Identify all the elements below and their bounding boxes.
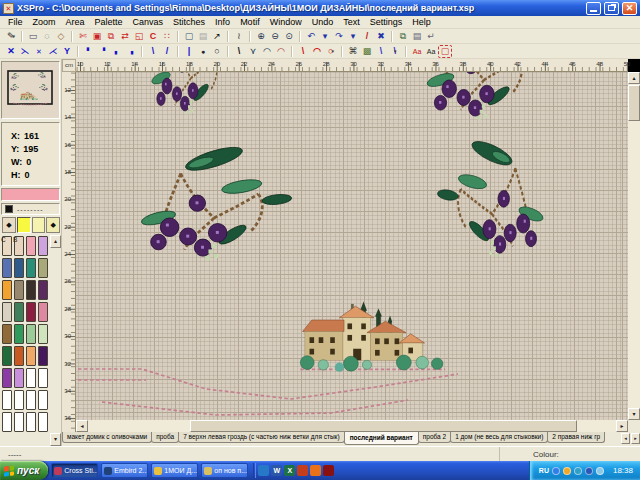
menu-item-info[interactable]: Info bbox=[210, 17, 235, 27]
palette-swatch[interactable] bbox=[13, 279, 25, 301]
menu-item-settings[interactable]: Settings bbox=[365, 17, 408, 27]
circle-tool[interactable]: ○▾ bbox=[324, 45, 338, 58]
palette-swatch[interactable] bbox=[25, 389, 37, 411]
palette-swatch[interactable] bbox=[37, 323, 49, 345]
email-icon[interactable] bbox=[297, 465, 308, 476]
print-motif[interactable]: ▤ bbox=[196, 30, 210, 43]
palette-swatch[interactable] bbox=[25, 323, 37, 345]
palette-swatch[interactable] bbox=[37, 367, 49, 389]
restore-button[interactable] bbox=[604, 2, 619, 15]
menu-item-file[interactable]: File bbox=[3, 17, 28, 27]
volume-tray-icon[interactable] bbox=[596, 467, 604, 475]
border-stitch-line[interactable] bbox=[102, 400, 408, 415]
scroll-down-button[interactable]: ▾ bbox=[628, 408, 640, 420]
scroll-right-button[interactable]: ▸ bbox=[616, 420, 628, 432]
quarter-stitch-br[interactable]: ▗ bbox=[124, 45, 138, 58]
new-document[interactable]: ▤ bbox=[410, 30, 424, 43]
ink-color-swatch[interactable] bbox=[5, 205, 13, 213]
backstitch-curve-red[interactable]: ◠ bbox=[274, 45, 288, 58]
palette-swatch[interactable] bbox=[13, 323, 25, 345]
palette-scroll-up[interactable]: ▴ bbox=[50, 235, 61, 248]
house-motif[interactable] bbox=[300, 302, 445, 372]
tab-scroll-left[interactable]: ◂ bbox=[621, 433, 630, 444]
undo-history[interactable]: ▾ bbox=[318, 30, 332, 43]
palette-swatch[interactable] bbox=[25, 257, 37, 279]
text-tool-red[interactable]: Aa bbox=[410, 45, 424, 58]
branch-motif[interactable] bbox=[426, 72, 545, 120]
palette-swatch[interactable] bbox=[25, 279, 37, 301]
palette-swatch[interactable] bbox=[13, 367, 25, 389]
horizontal-scrollbar[interactable]: ◂ ▸ bbox=[76, 420, 628, 432]
menu-item-motif[interactable]: Motif bbox=[235, 17, 265, 27]
minimize-button[interactable] bbox=[586, 2, 601, 15]
palette-swatch[interactable] bbox=[37, 301, 49, 323]
highlight-current[interactable] bbox=[17, 217, 31, 233]
menu-item-canvas[interactable]: Canvas bbox=[128, 17, 169, 27]
palette-swatch[interactable] bbox=[1, 367, 13, 389]
zoom-in[interactable]: ⊕ bbox=[254, 30, 268, 43]
redo[interactable]: ↷ bbox=[332, 30, 346, 43]
palette-swatch[interactable]: B bbox=[13, 235, 25, 257]
menu-item-stitches[interactable]: Stitches bbox=[168, 17, 210, 27]
pattern-tab[interactable]: 2 правая ниж гр bbox=[547, 432, 605, 443]
mirror-motif[interactable]: ⇄ bbox=[118, 30, 132, 43]
rotate-motif[interactable]: C bbox=[146, 30, 160, 43]
taskbar-task[interactable]: оп нов п... bbox=[201, 463, 248, 478]
scatter-motif[interactable]: ∷ bbox=[160, 30, 174, 43]
pointer-tool[interactable]: ↗ bbox=[210, 30, 224, 43]
upright-cross-stitch[interactable]: Y bbox=[60, 45, 74, 58]
tab-scroll-right[interactable]: ▸ bbox=[631, 433, 640, 444]
export-back[interactable]: ↵ bbox=[424, 30, 438, 43]
palette-swatch[interactable] bbox=[1, 411, 13, 433]
palette-swatch[interactable] bbox=[1, 301, 13, 323]
pattern-tab[interactable]: 1 дом (не весь для стыковки) bbox=[450, 432, 548, 443]
mark-diamond-left[interactable]: ◆ bbox=[2, 217, 16, 233]
palette-swatch[interactable] bbox=[37, 279, 49, 301]
language-indicator[interactable]: RU bbox=[539, 467, 549, 474]
pattern-tab[interactable]: проба bbox=[151, 432, 179, 443]
excel-icon[interactable]: X bbox=[284, 465, 295, 476]
menu-item-undo[interactable]: Undo bbox=[307, 17, 339, 27]
quarter-stitch-tl[interactable]: ▘ bbox=[82, 45, 96, 58]
marquee-tool[interactable]: ▢ bbox=[438, 45, 452, 58]
branch-motif[interactable] bbox=[140, 143, 292, 260]
palette-scroll-down[interactable]: ▾ bbox=[50, 433, 61, 446]
edit-select-tool[interactable]: ◇ bbox=[54, 30, 68, 43]
menu-item-help[interactable]: Help bbox=[407, 17, 436, 27]
pattern-tab[interactable]: 7 верхн левая гроздь (с частью ниж ветки… bbox=[178, 432, 344, 443]
rect-select-tool[interactable]: ▭ bbox=[26, 30, 40, 43]
half-cross-stitch[interactable]: ✕ bbox=[32, 45, 46, 58]
freehand-line[interactable]: \ bbox=[296, 45, 310, 58]
vertical-stitch[interactable]: | bbox=[182, 45, 196, 58]
update-tray-icon[interactable] bbox=[563, 467, 571, 475]
media-player-icon[interactable] bbox=[258, 465, 269, 476]
palette-swatch[interactable] bbox=[13, 389, 25, 411]
pattern-tab[interactable]: проба 2 bbox=[418, 432, 451, 443]
palette-swatch[interactable] bbox=[37, 257, 49, 279]
palette-swatch[interactable] bbox=[25, 301, 37, 323]
design-canvas[interactable] bbox=[76, 72, 628, 420]
palette-swatch[interactable] bbox=[1, 257, 13, 279]
branch-motif[interactable] bbox=[151, 72, 233, 114]
palette-swatch[interactable] bbox=[1, 389, 13, 411]
palette-swatch[interactable] bbox=[25, 345, 37, 367]
close-button[interactable]: ✕ bbox=[622, 2, 637, 15]
messenger-icon[interactable] bbox=[323, 465, 334, 476]
current-color-swatch[interactable] bbox=[1, 188, 60, 201]
line-tool[interactable]: / bbox=[360, 30, 374, 43]
delete-tool[interactable]: ✖ bbox=[374, 30, 388, 43]
three-quarter-stitch-1[interactable]: ⋋ bbox=[18, 45, 32, 58]
sketch-line[interactable]: \ bbox=[374, 45, 388, 58]
three-quarter-stitch-2[interactable]: ⋌ bbox=[46, 45, 60, 58]
pattern-preview[interactable] bbox=[1, 61, 60, 119]
column-stitch-tool[interactable]: ≀ bbox=[232, 30, 246, 43]
text-tool[interactable]: Aa bbox=[424, 45, 438, 58]
zoom-reset[interactable]: ⊙ bbox=[282, 30, 296, 43]
quarter-stitch-tr[interactable]: ▝ bbox=[96, 45, 110, 58]
palette-swatch[interactable] bbox=[37, 345, 49, 367]
quarter-stitch-bl[interactable]: ▖ bbox=[110, 45, 124, 58]
messenger-tray-icon[interactable] bbox=[552, 467, 560, 475]
palette-swatch[interactable] bbox=[37, 411, 49, 433]
sketch-line-alt[interactable]: \▾ bbox=[388, 45, 402, 58]
start-button[interactable]: пуск bbox=[0, 461, 48, 480]
